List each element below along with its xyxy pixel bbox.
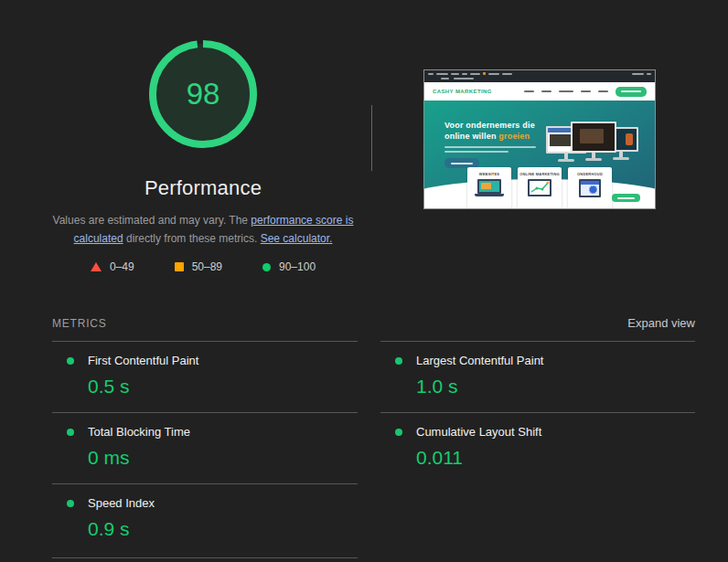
browser-gear-illustration-icon (574, 179, 605, 203)
legend-average: 50–89 (175, 260, 222, 273)
expand-view-button[interactable]: Expand view (627, 316, 695, 330)
score-legend: 0–49 50–89 90–100 (38, 260, 368, 273)
thumb-site-logo: CASHY MARKETING (433, 89, 492, 94)
metric-name: Speed Index (88, 496, 155, 510)
thumb-cta-button (612, 194, 640, 202)
metric-value: 1.0 s (416, 376, 695, 398)
metric-pass-dot-icon (395, 429, 402, 436)
thumb-nav-button (616, 87, 647, 97)
thumb-nav (524, 87, 647, 97)
metric-pass-dot-icon (67, 357, 74, 365)
performance-title: Performance (20, 176, 386, 200)
page-screenshot-thumbnail: CASHY MARKETING Voor ondernemers die onl… (423, 69, 656, 209)
thumb-card-onderhoud: ONDERHOUD (568, 167, 612, 208)
metrics-grid: First Contentful Paint 0.5 s Total Block… (52, 341, 695, 558)
pass-circle-icon (262, 263, 271, 271)
metric-row-cls: Cumulative Layout Shift 0.011 (380, 412, 695, 483)
metric-pass-dot-icon (395, 357, 402, 365)
metric-row-tbt: Total Blocking Time 0 ms (52, 412, 358, 483)
thumb-card-online-marketing: ONLINE MARKETING (518, 167, 562, 208)
monitor-base (558, 159, 574, 162)
metric-value: 0 ms (88, 447, 358, 469)
performance-gauge[interactable]: 98 (148, 39, 258, 149)
score-description: Values are estimated and may vary. The p… (45, 211, 361, 248)
performance-score: 98 (148, 39, 258, 149)
metrics-column-right: Largest Contentful Paint 1.0 s Cumulativ… (380, 341, 695, 558)
fail-triangle-icon (91, 262, 102, 271)
metric-row-speed-index: Speed Index 0.9 s (52, 483, 358, 558)
metric-row-fcp: First Contentful Paint 0.5 s (52, 341, 358, 412)
metric-pass-dot-icon (67, 429, 74, 436)
thumb-admin-bar (424, 70, 655, 82)
chart-illustration-icon (524, 179, 555, 203)
metric-value: 0.011 (416, 447, 695, 469)
monitor-base (585, 158, 602, 161)
legend-pass: 90–100 (262, 260, 316, 273)
thumb-site-header: CASHY MARKETING (424, 82, 655, 101)
legend-fail: 0–49 (91, 260, 134, 273)
monitor-center (571, 122, 616, 153)
description-text: Values are estimated and may vary. The (53, 214, 252, 227)
metric-pass-dot-icon (67, 500, 74, 507)
thumb-hero-heading: Voor ondernemers die online willen groei… (444, 120, 535, 142)
legend-range: 90–100 (279, 260, 316, 273)
legend-range: 50–89 (192, 260, 222, 273)
average-square-icon (175, 262, 184, 271)
legend-range: 0–49 (110, 260, 134, 273)
metrics-column-left: First Contentful Paint 0.5 s Total Block… (52, 341, 358, 558)
metric-value: 0.9 s (88, 518, 358, 540)
see-calculator-link[interactable]: See calculator. (261, 232, 333, 245)
metric-value: 0.5 s (88, 376, 358, 398)
metrics-section-label: METRICS (52, 317, 107, 330)
metric-name: Cumulative Layout Shift (416, 425, 541, 439)
metric-name: Total Blocking Time (88, 425, 190, 439)
laptop-illustration-icon (474, 179, 505, 203)
thumb-hero-subtext (444, 146, 536, 155)
metric-name: First Contentful Paint (88, 354, 198, 367)
metric-name: Largest Contentful Paint (416, 354, 543, 367)
vertical-divider (371, 105, 372, 171)
thumb-card-websites: WEBSITES (467, 167, 511, 208)
metrics-header: METRICS Expand view (52, 316, 695, 330)
description-text: directly from these metrics. (123, 232, 261, 245)
metric-row-lcp: Largest Contentful Paint 1.0 s (380, 341, 695, 412)
monitor-base (613, 157, 629, 160)
